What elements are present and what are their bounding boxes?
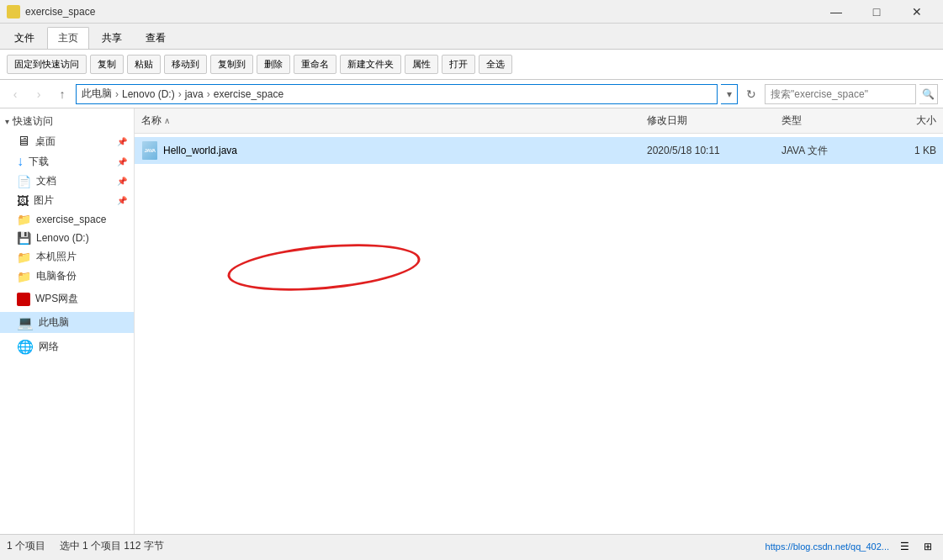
sidebar-item-exercise[interactable]: 📁 exercise_space: [0, 210, 134, 229]
sort-arrow: ∧: [164, 116, 170, 125]
network-icon: 🌐: [17, 339, 34, 355]
sidebar-item-label-document: 文档: [36, 174, 56, 188]
address-path[interactable]: 此电脑 › Lenovo (D:) › java › exercise_spac…: [76, 84, 718, 104]
close-button[interactable]: ✕: [898, 0, 936, 24]
tab-share[interactable]: 共享: [91, 27, 133, 49]
file-cell-type: JAVA 文件: [775, 142, 876, 160]
sidebar-item-thispc[interactable]: 💻 此电脑: [0, 312, 134, 333]
ribbon-btn-pin[interactable]: 固定到快速访问: [7, 55, 87, 74]
status-bar: 1 个项目 选中 1 个项目 112 字节 https://blog.csdn.…: [0, 534, 943, 557]
ribbon-btn-paste[interactable]: 粘贴: [127, 55, 161, 74]
search-button[interactable]: 🔍: [919, 84, 938, 104]
col-header-type[interactable]: 类型: [775, 110, 876, 131]
tab-file[interactable]: 文件: [3, 27, 45, 49]
sidebar-item-lenovo[interactable]: 💾 Lenovo (D:): [0, 229, 134, 247]
sidebar-item-image[interactable]: 🖼 图片 📌: [0, 191, 134, 210]
view-tiles-button[interactable]: ⊞: [919, 538, 936, 555]
forward-button[interactable]: ›: [29, 84, 49, 104]
download-icon: ↓: [17, 154, 24, 169]
title-bar-controls: — □ ✕: [817, 0, 936, 24]
sidebar: ▾ 快速访问 🖥 桌面 📌 ↓ 下载 📌 📄 文档 📌 🖼 图片 �: [0, 108, 135, 534]
file-cell-date: 2020/5/18 10:11: [640, 143, 775, 158]
table-row[interactable]: JAVA Hello_world.java 2020/5/18 10:11 JA…: [135, 137, 943, 164]
refresh-button[interactable]: ↻: [741, 84, 761, 104]
computer-icon: 💻: [17, 314, 34, 330]
ribbon-btn-move[interactable]: 移动到: [164, 55, 207, 74]
col-header-name[interactable]: 名称 ∧: [135, 110, 640, 131]
path-item-java[interactable]: java: [185, 88, 204, 100]
java-file-icon: JAVA: [141, 140, 158, 161]
col-header-size[interactable]: 大小: [876, 110, 943, 131]
sidebar-item-desktop[interactable]: 🖥 桌面 📌: [0, 131, 134, 151]
file-list-header: 名称 ∧ 修改日期 类型 大小: [135, 108, 943, 134]
tab-home[interactable]: 主页: [47, 27, 89, 49]
network-section: 🌐 网络: [0, 336, 134, 357]
ribbon-btn-copyto[interactable]: 复制到: [210, 55, 253, 74]
maximize-button[interactable]: □: [857, 0, 896, 24]
sidebar-item-label-thispc: 此电脑: [39, 315, 69, 330]
sidebar-item-photos[interactable]: 📁 本机照片: [0, 247, 134, 267]
sidebar-item-label-network: 网络: [39, 340, 59, 354]
wps-icon: [17, 293, 30, 306]
sidebar-item-label-exercise: exercise_space: [36, 214, 106, 225]
up-button[interactable]: ↑: [52, 84, 72, 104]
backup-folder-icon: 📁: [17, 270, 31, 283]
file-list-body: JAVA Hello_world.java 2020/5/18 10:11 JA…: [135, 134, 943, 534]
folder-icon: [7, 5, 20, 18]
pin-icon-desktop: 📌: [117, 137, 127, 146]
ribbon-btn-open[interactable]: 打开: [442, 55, 475, 74]
search-input[interactable]: [765, 84, 916, 104]
sidebar-item-label-image: 图片: [34, 193, 54, 208]
main-layout: ▾ 快速访问 🖥 桌面 📌 ↓ 下载 📌 📄 文档 📌 🖼 图片 �: [0, 108, 943, 534]
ribbon-btn-properties[interactable]: 属性: [405, 55, 438, 74]
file-cell-size: 1 KB: [876, 143, 943, 158]
address-dropdown[interactable]: ▾: [721, 84, 738, 104]
sidebar-item-network[interactable]: 🌐 网络: [0, 336, 134, 357]
quick-access-label: 快速访问: [13, 114, 53, 129]
desktop-icon: 🖥: [17, 134, 30, 149]
status-items-count: 1 个项目 选中 1 个项目 112 字节: [7, 539, 164, 553]
status-url: https://blog.csdn.net/qq_402...: [766, 542, 889, 552]
quick-access-section: ▾ 快速访问 🖥 桌面 📌 ↓ 下载 📌 📄 文档 📌 🖼 图片 �: [0, 112, 134, 286]
file-area: 名称 ∧ 修改日期 类型 大小 JAVA Hello_world.java: [135, 108, 943, 534]
quick-access-chevron: ▾: [5, 117, 9, 126]
ribbon-btn-copy[interactable]: 复制: [90, 55, 124, 74]
ribbon-tabs: 文件 主页 共享 查看: [0, 24, 943, 49]
sidebar-item-label-download: 下载: [29, 155, 49, 169]
view-details-button[interactable]: ☰: [896, 538, 913, 555]
title-bar: exercise_space — □ ✕: [0, 0, 943, 24]
sidebar-item-label-photos: 本机照片: [36, 250, 77, 264]
image-icon: 🖼: [17, 194, 29, 208]
sidebar-item-document[interactable]: 📄 文档 📌: [0, 172, 134, 191]
pin-icon-download: 📌: [117, 157, 127, 166]
sidebar-item-backup[interactable]: 📁 电脑备份: [0, 267, 134, 286]
sidebar-item-download[interactable]: ↓ 下载 📌: [0, 151, 134, 172]
sidebar-item-label-desktop: 桌面: [35, 135, 56, 149]
ribbon-btn-newfolder[interactable]: 新建文件夹: [340, 55, 401, 74]
path-item-drive[interactable]: Lenovo (D:): [122, 88, 175, 100]
sidebar-item-wps[interactable]: WPS网盘: [0, 289, 134, 309]
photos-folder-icon: 📁: [17, 251, 31, 264]
sidebar-item-label-lenovo: Lenovo (D:): [36, 232, 89, 244]
path-item-pc[interactable]: 此电脑: [82, 87, 112, 101]
ribbon-btn-delete[interactable]: 删除: [257, 55, 290, 74]
minimize-button[interactable]: —: [817, 0, 856, 24]
tab-view[interactable]: 查看: [135, 27, 177, 49]
exercise-folder-icon: 📁: [17, 213, 31, 226]
title-bar-left: exercise_space: [7, 5, 95, 18]
pin-icon-image: 📌: [117, 196, 127, 205]
ribbon-btn-select[interactable]: 全选: [479, 55, 512, 74]
quick-access-header[interactable]: ▾ 快速访问: [0, 112, 134, 131]
thispc-section: 💻 此电脑: [0, 312, 134, 333]
document-icon: 📄: [17, 175, 31, 188]
col-header-date[interactable]: 修改日期: [640, 110, 775, 131]
sidebar-item-label-wps: WPS网盘: [35, 292, 78, 306]
ribbon-btn-rename[interactable]: 重命名: [294, 55, 336, 74]
file-name: Hello_world.java: [163, 145, 237, 156]
back-button[interactable]: ‹: [5, 84, 25, 104]
wps-section: WPS网盘: [0, 289, 134, 309]
path-item-exercise[interactable]: exercise_space: [214, 88, 283, 100]
file-cell-name: JAVA Hello_world.java: [135, 139, 640, 162]
title-bar-text: exercise_space: [25, 6, 95, 18]
ribbon: 文件 主页 共享 查看 固定到快速访问 复制 粘贴 移动到 复制到 删除 重命名…: [0, 24, 943, 80]
